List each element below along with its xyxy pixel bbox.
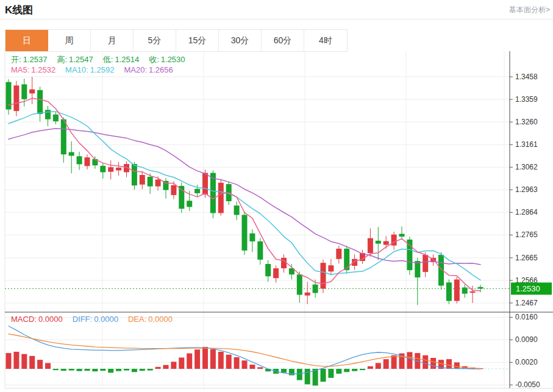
current-price-text: 1.2530 xyxy=(516,284,540,293)
axis-tick-label: 1.3359 xyxy=(515,95,538,104)
candle xyxy=(399,234,405,237)
macd-bar xyxy=(407,352,412,369)
candle xyxy=(116,168,121,170)
candle xyxy=(132,164,137,185)
axis-tick-label: 1.2467 xyxy=(515,299,538,307)
tab-30min[interactable]: 30分 xyxy=(219,30,262,51)
macd-bar xyxy=(313,369,318,385)
macd-bar xyxy=(132,369,137,372)
candle xyxy=(336,249,341,259)
candle xyxy=(148,177,153,187)
macd-bar xyxy=(171,362,176,369)
candle xyxy=(37,90,43,114)
macd-value: 0.0000 xyxy=(38,315,63,324)
ma10-label: MA10: xyxy=(65,65,88,74)
macd-bar xyxy=(69,369,74,371)
candle xyxy=(376,241,381,244)
candle xyxy=(391,235,397,246)
candle xyxy=(61,119,66,155)
candle xyxy=(415,261,420,277)
macd-bar xyxy=(45,363,51,369)
macd-bar xyxy=(257,367,263,369)
axis-tick-label: 1.2765 xyxy=(515,230,538,239)
candle xyxy=(454,279,460,301)
macd-bar xyxy=(368,366,373,369)
candles xyxy=(6,77,483,305)
low-value: 1.2514 xyxy=(115,55,139,64)
tab-4hour[interactable]: 4时 xyxy=(304,30,347,51)
tab-week[interactable]: 周 xyxy=(48,30,91,51)
header: K线图 基本面分析> xyxy=(0,0,553,27)
macd-bar xyxy=(92,369,98,371)
candle xyxy=(140,175,145,185)
axis-tick-label: 1.2665 xyxy=(515,254,538,262)
macd-bar xyxy=(21,354,27,369)
macd-bar xyxy=(116,369,121,371)
candle xyxy=(69,152,74,156)
macd-label: MACD: xyxy=(11,315,37,324)
candle xyxy=(29,90,35,94)
axis-tick-label: 1.2864 xyxy=(515,208,538,216)
macd-bar xyxy=(360,369,365,370)
tab-15min[interactable]: 15分 xyxy=(176,30,219,51)
candle xyxy=(234,205,240,215)
macd-bar xyxy=(163,365,169,369)
macd-bar xyxy=(124,369,129,371)
candle xyxy=(273,268,279,278)
high-label: 高: xyxy=(57,55,67,64)
candle xyxy=(179,186,184,208)
candle xyxy=(171,185,176,195)
candle xyxy=(470,291,476,293)
macd-bar xyxy=(328,369,334,378)
ma5-value: 1.2532 xyxy=(31,65,55,74)
dea-value: 0.0000 xyxy=(148,315,173,324)
macd-bar xyxy=(187,354,192,369)
current-price-tag: 1.2530 xyxy=(511,282,552,294)
candle xyxy=(328,265,334,271)
candle xyxy=(368,238,373,253)
macd-bar xyxy=(446,359,452,369)
ohlc-legend: 开:1.2537高:1.2547低:1.2514收:1.2530 xyxy=(11,54,187,65)
macd-bar xyxy=(61,369,66,371)
macd-bar xyxy=(85,369,90,371)
macd-bar xyxy=(53,369,59,370)
axis-tick-label: 0.0090 xyxy=(515,335,538,344)
candle xyxy=(297,274,302,294)
candle xyxy=(13,85,19,111)
reference-lines xyxy=(5,288,510,369)
macd-bar xyxy=(234,357,240,369)
tab-month[interactable]: 月 xyxy=(91,30,134,51)
macd-bar xyxy=(430,358,436,369)
axis-tick-label: 1.3260 xyxy=(515,118,538,126)
tab-60min[interactable]: 60分 xyxy=(262,30,304,51)
ma20-value: 1.2656 xyxy=(149,65,173,74)
high-value: 1.2547 xyxy=(69,55,93,64)
tab-5min[interactable]: 5分 xyxy=(134,30,176,51)
candle xyxy=(85,157,90,166)
ma10-value: 1.2592 xyxy=(90,65,115,74)
macd-bar xyxy=(108,369,113,372)
candle xyxy=(77,156,82,164)
macd-bar xyxy=(376,363,381,369)
candle xyxy=(53,115,59,121)
diff-label: DIFF: xyxy=(73,315,93,324)
macd-bar xyxy=(384,359,389,369)
axis-tick-label: 1.3161 xyxy=(515,140,538,149)
candle xyxy=(462,288,468,294)
candle xyxy=(202,173,208,195)
candle xyxy=(218,183,224,213)
macd-bar xyxy=(218,352,224,369)
axis-tick-label: -0.0050 xyxy=(515,380,540,389)
macd-bar xyxy=(37,360,43,369)
macd-bar xyxy=(352,369,357,371)
candle xyxy=(108,167,113,171)
macd-bar xyxy=(454,362,460,369)
tab-day[interactable]: 日 xyxy=(5,30,48,51)
fundamental-analysis-link[interactable]: 基本面分析> xyxy=(509,5,550,15)
dea-label: DEA: xyxy=(128,315,146,324)
open-label: 开: xyxy=(11,55,21,64)
macd-bar xyxy=(336,369,341,374)
macd-bar xyxy=(297,369,302,380)
macd-bar xyxy=(6,353,12,369)
macd-bar xyxy=(281,369,287,372)
